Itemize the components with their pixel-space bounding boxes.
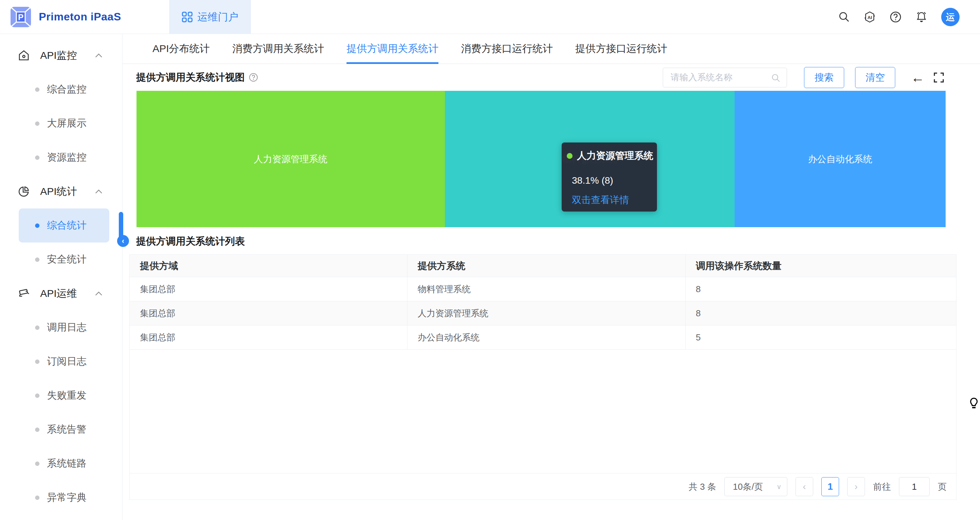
goto-label: 前往 [873,481,891,493]
bullet-icon [35,360,40,364]
sidebar-group-api-statistics[interactable]: API统计 [0,174,122,208]
provider-call-relation-treemap: 人力资源管理系统 物料管理系统 办公自动化系统 人力资源管理系统 38.1% (… [137,91,946,227]
toolbar-actions: 搜索 清空 ← [663,67,944,88]
tooltip-detail-link[interactable]: 双击查看详情 [572,193,657,206]
pagination-total: 共 3 条 [689,481,716,493]
app-logo: P Primeton iPaaS [10,6,121,27]
logo-icon: P [10,6,31,27]
home-icon [18,49,30,62]
bullet-icon [35,155,40,160]
system-name-search [663,68,787,87]
sidebar-group-label: API统计 [40,185,77,199]
view-toolbar: 提供方调用关系统计视图 搜索 清空 ← [123,64,980,91]
table-row[interactable]: 集团总部 办公自动化系统 5 [130,325,956,350]
sidebar-collapse-button[interactable]: ‹ [117,235,129,247]
bullet-icon [35,121,40,126]
sidebar-group-label: API监控 [40,49,77,63]
treemap-block-oa-system[interactable]: 办公自动化系统 [735,91,946,227]
table-row[interactable]: 集团总部 人力资源管理系统 8 [130,301,956,325]
prev-page-button[interactable]: ‹ [795,477,813,496]
sidebar-item-system-alerts[interactable]: 系统告警 [19,412,109,447]
search-input[interactable] [663,68,787,87]
sidebar-item-comprehensive-monitor[interactable]: 综合监控 [19,73,109,106]
provider-call-relation-table: 提供方域 提供方系统 调用该操作系统数量 集团总部 物料管理系统 8 集团总部 … [129,254,956,500]
tab-consumer-call-relation[interactable]: 消费方调用关系统计 [232,34,324,63]
user-avatar[interactable]: 运 [941,8,959,26]
statistics-tabbar: API分布统计 消费方调用关系统计 提供方调用关系统计 消费方接口运行统计 提供… [123,34,980,64]
search-button[interactable]: 搜索 [804,67,844,88]
bullet-icon [35,224,40,228]
tab-provider-call-relation[interactable]: 提供方调用关系统计 [347,34,438,63]
treemap-tooltip: 人力资源管理系统 38.1% (8) 双击查看详情 [562,143,657,212]
sidebar-group-api-operations[interactable]: API运维 [0,276,122,311]
app-header: P Primeton iPaaS 运维门户 AI [0,0,980,34]
goto-page-input[interactable] [899,477,930,496]
tab-consumer-interface-run[interactable]: 消费方接口运行统计 [461,34,553,63]
sidebar: API监控 综合监控 大屏展示 资源监控 API统计 综合统计 [0,34,123,520]
logo-text: Primeton iPaaS [39,11,121,23]
sidebar-item-exception-dictionary[interactable]: 异常字典 [19,480,109,515]
bullet-icon [35,393,40,398]
sidebar-item-system-links[interactable]: 系统链路 [19,447,109,480]
next-page-button[interactable]: › [847,477,865,496]
table-header-row: 提供方域 提供方系统 调用该操作系统数量 [130,255,956,277]
help-circle-icon[interactable] [249,73,258,82]
apps-grid-icon [182,11,192,22]
sidebar-item-resource-monitor[interactable]: 资源监控 [19,141,109,174]
ai-assistant-icon[interactable]: AI [864,11,876,23]
page: P Primeton iPaaS 运维门户 AI [0,0,980,520]
tooltip-title: 人力资源管理系统 [577,149,653,162]
list-title: 提供方调用关系统计列表 [136,235,245,248]
svg-text:P: P [18,13,24,22]
page-number-button[interactable]: 1 [821,477,839,496]
treemap-block-hr-system[interactable]: 人力资源管理系统 [137,91,445,227]
sidebar-resize-handle[interactable] [119,212,123,238]
notification-bell-icon[interactable] [915,11,928,23]
sidebar-item-call-logs[interactable]: 调用日志 [19,311,109,344]
page-unit-label: 页 [938,481,947,493]
chevron-up-icon [95,189,102,194]
pie-chart-icon [18,185,30,198]
back-arrow-icon[interactable]: ← [911,71,924,84]
tooltip-marker [567,153,573,159]
search-icon[interactable] [838,11,850,23]
bullet-icon [35,496,40,500]
chevron-up-icon [95,291,102,296]
help-icon[interactable] [889,11,902,23]
input-search-icon [771,73,781,82]
sidebar-item-subscription-logs[interactable]: 订阅日志 [19,344,109,379]
cctv-camera-icon [18,287,30,300]
table-row[interactable]: 集团总部 物料管理系统 8 [130,277,956,301]
portal-tab[interactable]: 运维门户 [169,0,251,34]
sidebar-group-label: API运维 [40,287,77,301]
bullet-icon [35,87,40,92]
chevron-up-icon [95,53,102,58]
clear-button[interactable]: 清空 [855,67,895,88]
header-actions: AI 运 [838,0,959,34]
lightbulb-icon[interactable] [969,397,978,410]
table-empty-area [130,350,956,473]
sidebar-item-comprehensive-statistics[interactable]: 综合统计 [19,208,109,243]
sidebar-item-big-screen[interactable]: 大屏展示 [19,106,109,141]
bullet-icon [35,257,40,262]
svg-text:AI: AI [868,15,872,20]
bullet-icon [35,325,40,330]
tooltip-value: 38.1% (8) [572,175,657,186]
sidebar-item-failure-retry[interactable]: 失败重发 [19,379,109,412]
sidebar-group-api-monitor[interactable]: API监控 [0,38,122,73]
bullet-icon [35,428,40,432]
fullscreen-icon[interactable] [933,72,944,83]
avatar-label: 运 [946,11,955,23]
page-size-select[interactable]: 10条/页 ∨ [724,477,788,496]
main-content: API分布统计 消费方调用关系统计 提供方调用关系统计 消费方接口运行统计 提供… [123,34,980,520]
sidebar-item-security-statistics[interactable]: 安全统计 [19,243,109,276]
tab-api-distribution[interactable]: API分布统计 [153,34,210,63]
bullet-icon [35,461,40,466]
view-title: 提供方调用关系统计视图 [136,71,258,84]
column-header-provider-domain: 提供方域 [130,255,407,277]
portal-tab-label: 运维门户 [197,10,238,24]
column-header-call-count: 调用该操作系统数量 [686,255,956,277]
chevron-down-icon: ∨ [776,483,781,491]
pagination: 共 3 条 10条/页 ∨ ‹ 1 › 前往 页 [130,473,956,500]
tab-provider-interface-run[interactable]: 提供方接口运行统计 [575,34,667,63]
